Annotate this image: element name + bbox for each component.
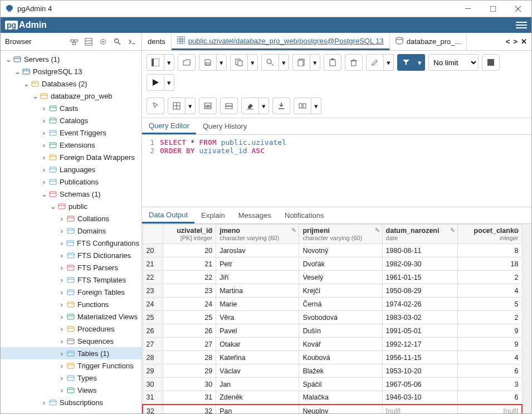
v-scrollbar[interactable] bbox=[523, 224, 531, 413]
col-header[interactable]: jmeno✎character varying (60) bbox=[216, 225, 299, 244]
copy-rows-button[interactable] bbox=[292, 54, 310, 71]
tab-close-icon[interactable]: ✕ bbox=[521, 37, 527, 46]
addrow-button[interactable]: + bbox=[199, 98, 217, 114]
table-row[interactable]: 2121PetrDvořák1982-09-3018 bbox=[143, 257, 522, 271]
cell[interactable]: 29 bbox=[163, 364, 216, 378]
copy-button[interactable] bbox=[230, 54, 248, 71]
cell[interactable]: Neuplny bbox=[299, 405, 382, 414]
run-drop[interactable]: ▾ bbox=[164, 74, 174, 91]
row-number[interactable]: 25 bbox=[143, 311, 163, 324]
chevron-down-icon[interactable]: ⌄ bbox=[23, 80, 30, 88]
col-header[interactable]: datum_narozeni✎date bbox=[382, 225, 457, 244]
cell[interactable]: 1967-05-06 bbox=[382, 378, 457, 391]
row-number[interactable]: 30 bbox=[143, 378, 163, 391]
tree-item[interactable]: ›Tables (1) bbox=[1, 347, 141, 359]
tab-nav-prev-icon[interactable]: < bbox=[506, 37, 510, 46]
chevron-right-icon[interactable]: › bbox=[58, 386, 65, 394]
erase-button[interactable] bbox=[241, 98, 259, 114]
edit-drop[interactable]: ▾ bbox=[384, 54, 394, 71]
cell[interactable]: 1982-09-30 bbox=[382, 257, 457, 271]
chevron-down-icon[interactable]: ⌄ bbox=[41, 190, 47, 198]
cell[interactable]: 21 bbox=[163, 257, 216, 271]
cell[interactable]: Spáčil bbox=[299, 378, 382, 391]
chevron-right-icon[interactable]: › bbox=[41, 178, 47, 186]
cell[interactable]: Otakar bbox=[216, 338, 299, 351]
cell[interactable]: Zdeněk bbox=[216, 391, 299, 405]
tree-item[interactable]: ›Foreign Tables bbox=[1, 286, 141, 298]
cell[interactable]: [null] bbox=[382, 405, 457, 414]
object-tree[interactable]: ⌄Servers (1)⌄PostgreSQL 13⌄Databases (2)… bbox=[1, 51, 141, 413]
cell[interactable]: Dušín bbox=[299, 324, 382, 338]
cell[interactable]: 25 bbox=[163, 311, 216, 324]
col-header[interactable]: uzivatel_id✎[PK] integer bbox=[163, 225, 216, 244]
cell[interactable]: 1991-05-01 bbox=[382, 324, 457, 338]
chevron-down-icon[interactable]: ⌄ bbox=[14, 67, 21, 76]
row-number[interactable]: 21 bbox=[143, 257, 163, 271]
table-row[interactable]: 2323MartinaKrejčí1950-08-294 bbox=[143, 284, 522, 298]
tree-item[interactable]: ›Casts bbox=[1, 102, 141, 114]
cell[interactable]: 30 bbox=[163, 378, 216, 391]
chevron-right-icon[interactable]: › bbox=[58, 288, 65, 296]
macro-drop[interactable]: ▾ bbox=[311, 98, 321, 114]
tab-notifications[interactable]: Notifications bbox=[278, 207, 331, 223]
cell[interactable]: Dvořák bbox=[299, 257, 382, 271]
tree-item[interactable]: ⌄public bbox=[1, 200, 141, 212]
tree-item[interactable]: ›Foreign Data Wrappers bbox=[1, 151, 141, 163]
tree-item[interactable]: ›Extensions bbox=[1, 139, 141, 151]
tree-item[interactable]: ›Views bbox=[1, 384, 141, 396]
cell[interactable]: Petr bbox=[216, 257, 299, 271]
row-number[interactable]: 23 bbox=[143, 284, 163, 298]
tree-item[interactable]: ›Event Triggers bbox=[1, 126, 141, 139]
cell[interactable]: 18 bbox=[457, 257, 522, 271]
tree-item[interactable]: ⌄Schemas (1) bbox=[1, 188, 141, 200]
chevron-right-icon[interactable]: › bbox=[58, 239, 65, 247]
close-button[interactable] bbox=[505, 1, 530, 17]
cell[interactable]: 23 bbox=[163, 284, 216, 298]
grid-drop[interactable]: ▾ bbox=[186, 98, 196, 114]
chevron-right-icon[interactable]: › bbox=[58, 313, 65, 321]
cell[interactable]: [null] bbox=[457, 405, 522, 414]
tree-item[interactable]: ›Publications bbox=[1, 176, 141, 188]
cell[interactable]: 20 bbox=[163, 244, 216, 257]
limit-select[interactable]: No limit bbox=[428, 54, 479, 71]
cell[interactable]: 4 bbox=[457, 284, 522, 298]
erase-drop[interactable]: ▾ bbox=[259, 98, 269, 114]
cell[interactable]: 27 bbox=[163, 338, 216, 351]
chevron-right-icon[interactable]: › bbox=[58, 300, 65, 309]
cell[interactable]: Kovář bbox=[299, 338, 382, 351]
open-button[interactable] bbox=[178, 54, 196, 71]
row-number[interactable]: 26 bbox=[143, 324, 163, 338]
cell[interactable]: Koubová bbox=[299, 351, 382, 364]
filter-button[interactable] bbox=[397, 54, 415, 71]
cell[interactable]: 1983-03-02 bbox=[382, 311, 457, 324]
tab-query-editor[interactable]: Query Editor bbox=[142, 118, 196, 134]
browser-btn-terminal[interactable] bbox=[125, 35, 139, 48]
row-number[interactable]: 20 bbox=[143, 244, 163, 257]
tree-item[interactable]: ›Catalogs bbox=[1, 114, 141, 126]
cell[interactable]: 5 bbox=[457, 298, 522, 311]
sql-editor[interactable]: 1SELECT * FROM public.uzivatel2ORDER BY … bbox=[142, 135, 531, 207]
cell[interactable]: 22 bbox=[163, 271, 216, 284]
chevron-down-icon[interactable]: ⌄ bbox=[32, 92, 38, 100]
cell[interactable]: 2 bbox=[457, 311, 522, 324]
tab-query-history[interactable]: Query History bbox=[196, 118, 253, 134]
cell[interactable]: 24 bbox=[163, 298, 216, 311]
cell[interactable]: 8 bbox=[457, 244, 522, 257]
cell[interactable]: 1946-03-10 bbox=[382, 391, 457, 405]
cell[interactable]: 9 bbox=[457, 324, 522, 338]
table-row[interactable]: 2727OtakarKovář1992-12-179 bbox=[143, 338, 522, 351]
cell[interactable]: Svobodová bbox=[299, 311, 382, 324]
tab-data-output[interactable]: Data Output bbox=[142, 207, 194, 223]
row-number[interactable]: 24 bbox=[143, 298, 163, 311]
tree-item[interactable]: ›FTS Dictionaries bbox=[1, 249, 141, 261]
col-header[interactable]: prijmeni✎character varying (60) bbox=[299, 225, 382, 244]
cell[interactable]: Černá bbox=[299, 298, 382, 311]
tree-item[interactable]: ›FTS Templates bbox=[1, 274, 141, 286]
tab-active[interactable]: public.uzivatel/databaze_pro_web/postgre… bbox=[172, 33, 390, 50]
edit-button[interactable] bbox=[366, 54, 384, 71]
tree-item[interactable]: ›FTS Configurations bbox=[1, 237, 141, 249]
tree-item[interactable]: ›Subscriptions bbox=[1, 396, 141, 408]
tab-prev[interactable]: dents bbox=[142, 33, 172, 50]
tree-item[interactable]: ⌄Databases (2) bbox=[1, 77, 141, 90]
copy-rows-drop[interactable]: ▾ bbox=[310, 54, 320, 71]
